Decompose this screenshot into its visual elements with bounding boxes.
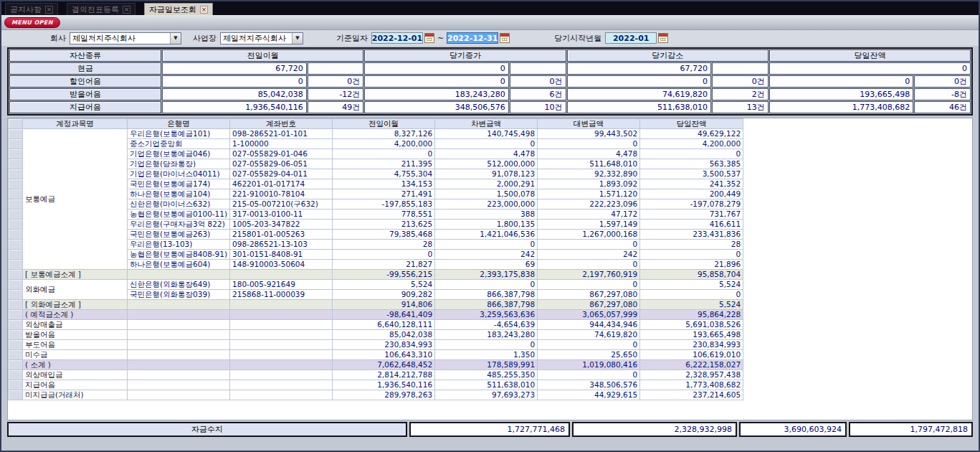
debit-amount-cell[interactable]: 866,387,798 bbox=[435, 300, 538, 310]
amount-cell[interactable]: 1,936,540,116 bbox=[162, 101, 306, 113]
amount-cell[interactable]: 74,619,820 bbox=[567, 88, 711, 100]
prev-balance-cell[interactable]: 6,640,128,111 bbox=[333, 320, 435, 330]
debit-amount-cell[interactable]: -4,654,639 bbox=[435, 320, 538, 330]
credit-amount-cell[interactable]: 511,648,010 bbox=[538, 159, 640, 169]
amount-cell[interactable]: 0 bbox=[769, 62, 971, 75]
credit-amount-cell[interactable]: 44,929,615 bbox=[538, 390, 640, 400]
count-cell[interactable]: 10건 bbox=[510, 101, 566, 113]
daily-balance-cell[interactable]: 3,500,537 bbox=[640, 169, 743, 179]
prev-balance-cell[interactable]: 213,625 bbox=[333, 220, 435, 230]
account-name-cell[interactable]: ( 예적금소계 ) bbox=[23, 310, 128, 320]
debit-amount-cell[interactable]: 178,589,991 bbox=[435, 360, 538, 370]
count-cell[interactable]: 0건 bbox=[510, 75, 566, 88]
credit-amount-cell[interactable]: 47,172 bbox=[538, 209, 640, 220]
row-selector[interactable] bbox=[9, 149, 23, 159]
prev-balance-cell[interactable]: 5,524 bbox=[333, 280, 435, 290]
daily-balance-cell[interactable]: 0 bbox=[640, 149, 743, 159]
daily-balance-cell[interactable]: 230,834,993 bbox=[640, 340, 743, 350]
close-icon[interactable]: × bbox=[45, 6, 53, 14]
count-cell[interactable]: 0건 bbox=[308, 75, 364, 88]
bank-name-cell[interactable] bbox=[128, 300, 230, 310]
bank-name-cell[interactable]: 하나은행(보통예금104) bbox=[128, 189, 230, 199]
debit-amount-cell[interactable]: 4,478 bbox=[435, 149, 538, 159]
prev-balance-cell[interactable]: 271,491 bbox=[333, 189, 435, 199]
prev-balance-cell[interactable]: 7,062,648,452 bbox=[333, 360, 435, 370]
table-row[interactable]: 외상매입금2,814,212,788485,255,35002,328,957,… bbox=[9, 370, 743, 380]
count-cell[interactable] bbox=[510, 62, 566, 75]
amount-cell[interactable]: 183,243,280 bbox=[364, 88, 508, 100]
bank-name-cell[interactable]: 우리은행(구매자금3억 822) bbox=[128, 220, 230, 230]
debit-amount-cell[interactable]: 242 bbox=[435, 250, 538, 260]
account-number-cell[interactable] bbox=[230, 310, 333, 320]
daily-balance-cell[interactable]: 233,431,836 bbox=[640, 230, 743, 240]
credit-amount-cell[interactable]: 25,650 bbox=[538, 350, 640, 360]
debit-amount-cell[interactable]: 0 bbox=[435, 340, 538, 350]
account-number-cell[interactable] bbox=[230, 390, 333, 400]
row-selector[interactable] bbox=[9, 250, 23, 260]
debit-amount-cell[interactable]: 1,421,046,536 bbox=[435, 230, 538, 240]
amount-cell[interactable]: 67,720 bbox=[162, 62, 306, 75]
table-row[interactable]: [ 외화예금소계 ]914,806866,387,798867,297,0805… bbox=[9, 300, 743, 310]
debit-amount-cell[interactable]: 511,638,010 bbox=[435, 380, 538, 390]
row-selector[interactable] bbox=[9, 370, 23, 380]
menu-open-button[interactable]: MENU OPEN bbox=[4, 17, 60, 28]
debit-amount-cell[interactable]: 183,243,280 bbox=[435, 330, 538, 340]
daily-balance-cell[interactable]: 106,619,010 bbox=[640, 350, 743, 360]
prev-balance-cell[interactable]: 4,755,304 bbox=[333, 169, 435, 179]
row-selector[interactable] bbox=[9, 139, 23, 149]
row-selector[interactable] bbox=[9, 260, 23, 270]
account-number-cell[interactable]: 221-910010-78104 bbox=[230, 189, 333, 199]
bank-name-cell[interactable]: 기업은행(당좌통장) bbox=[128, 159, 230, 169]
debit-amount-cell[interactable]: 2,393,175,838 bbox=[435, 270, 538, 280]
account-number-cell[interactable]: 027-055829-06-051 bbox=[230, 159, 333, 169]
bank-name-cell[interactable] bbox=[128, 310, 230, 320]
close-icon[interactable]: × bbox=[200, 6, 208, 14]
chevron-down-icon[interactable]: ▼ bbox=[170, 33, 181, 44]
bank-name-cell[interactable]: 국민은행(외화통장039) bbox=[128, 290, 230, 300]
count-cell[interactable]: 13건 bbox=[712, 101, 769, 113]
debit-amount-cell[interactable]: 223,000,000 bbox=[435, 199, 538, 209]
company-select[interactable]: 제일저지주식회사 ▼ bbox=[70, 32, 181, 44]
prev-balance-cell[interactable]: 778,551 bbox=[333, 209, 435, 220]
row-selector[interactable] bbox=[9, 380, 23, 390]
account-number-cell[interactable]: 317-0013-0100-11 bbox=[230, 209, 333, 220]
account-name-cell[interactable]: 미지급금(거래처) bbox=[23, 390, 128, 400]
account-name-cell[interactable]: 받을어음 bbox=[23, 330, 128, 340]
credit-amount-cell[interactable]: 242 bbox=[538, 250, 640, 260]
amount-cell[interactable]: 0 bbox=[769, 75, 913, 88]
debit-amount-cell[interactable]: 1,500,078 bbox=[435, 189, 538, 199]
debit-amount-cell[interactable]: 3,259,563,636 bbox=[435, 310, 538, 320]
amount-cell[interactable]: 0 bbox=[364, 62, 508, 75]
bank-name-cell[interactable] bbox=[128, 270, 230, 280]
row-selector[interactable] bbox=[9, 350, 23, 360]
account-name-cell[interactable]: 외상매출금 bbox=[23, 320, 128, 330]
bank-name-cell[interactable] bbox=[128, 380, 230, 390]
amount-cell[interactable]: 348,506,576 bbox=[364, 101, 508, 113]
tab-voucher-entry[interactable]: 결의전표등록 × bbox=[67, 3, 135, 15]
row-selector[interactable] bbox=[9, 330, 23, 340]
daily-balance-cell[interactable]: 5,524 bbox=[640, 280, 743, 290]
close-icon[interactable]: × bbox=[123, 6, 130, 14]
row-selector[interactable] bbox=[9, 300, 23, 310]
daily-balance-cell[interactable]: -197,078,279 bbox=[640, 199, 743, 209]
period-start-input[interactable]: 2022-01 bbox=[605, 32, 657, 44]
prev-balance-cell[interactable]: -99,556,215 bbox=[333, 270, 435, 280]
daily-balance-cell[interactable]: 731,767 bbox=[640, 209, 743, 220]
row-selector[interactable] bbox=[9, 290, 23, 300]
row-selector[interactable] bbox=[9, 199, 23, 209]
debit-amount-cell[interactable]: 0 bbox=[435, 139, 538, 149]
account-number-cell[interactable]: 148-910003-50604 bbox=[230, 260, 333, 270]
table-row[interactable]: 외상매출금6,640,128,111-4,654,639944,434,9465… bbox=[9, 320, 743, 330]
debit-amount-cell[interactable]: 1,800,135 bbox=[435, 220, 538, 230]
bank-name-cell[interactable] bbox=[128, 330, 230, 340]
table-row[interactable]: 미수금106,643,3101,35025,650106,619,010 bbox=[9, 350, 743, 360]
account-name-cell[interactable]: ( 소계 ) bbox=[23, 360, 128, 370]
account-name-cell[interactable]: [ 보통예금소계 ] bbox=[23, 270, 128, 280]
credit-amount-cell[interactable]: 0 bbox=[538, 240, 640, 250]
calendar-icon[interactable] bbox=[424, 33, 434, 43]
bank-name-cell[interactable] bbox=[128, 350, 230, 360]
row-selector[interactable] bbox=[9, 320, 23, 330]
bank-name-cell[interactable]: 기업은행(마이너스04011) bbox=[128, 169, 230, 179]
tab-daily-fund-report[interactable]: 자금일보조회 × bbox=[144, 3, 213, 15]
table-row[interactable]: ( 예적금소계 )-98,641,4093,259,563,6363,065,0… bbox=[9, 310, 743, 320]
